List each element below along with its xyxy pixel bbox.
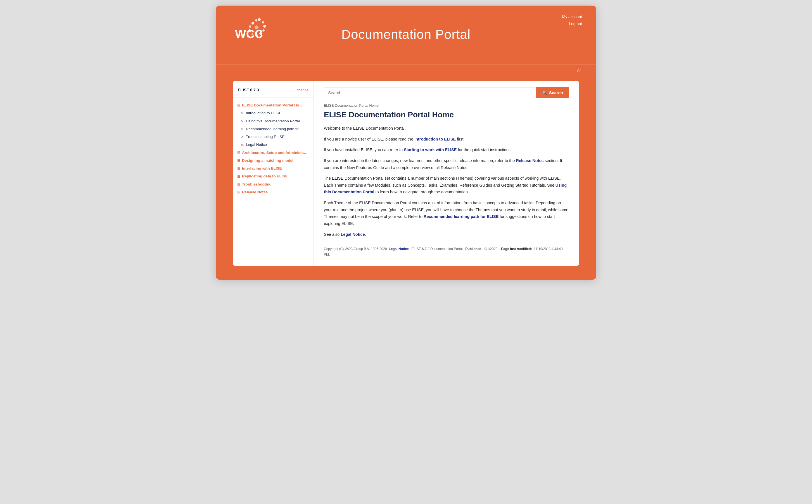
nav-item-legal[interactable]: ⊞ Legal Notice — [233, 141, 314, 149]
nav-item-architecture-text: Architecture, Setup and Administr... — [242, 150, 306, 156]
search-input-wrapper — [324, 87, 536, 98]
svg-point-1 — [258, 18, 261, 21]
search-button-label: Search — [549, 90, 563, 95]
release-notes-link[interactable]: Release Notes — [516, 158, 544, 163]
arrow-icon-4: > — [241, 134, 243, 139]
para-themes: The ELISE Documentation Portal set conta… — [324, 175, 569, 196]
svg-point-12 — [255, 25, 258, 29]
browser-frame: WCC Documentation Portal My account Log … — [216, 6, 596, 280]
breadcrumb: ELISE Documentation Portal Home — [324, 104, 569, 108]
plus-box-icon-legal: ⊞ — [241, 142, 244, 148]
learning-path-link[interactable]: Recommended learning path for ELISE — [424, 214, 498, 219]
nav-item-architecture[interactable]: ⊞ Architecture, Setup and Administr... — [233, 149, 314, 157]
nav-item-troubleshooting-text: Troubleshooting — [242, 182, 272, 187]
content-divider — [324, 243, 569, 243]
arrow-icon-3: > — [241, 127, 243, 132]
svg-point-11 — [255, 19, 257, 22]
nav-item-troubleshooting-elise[interactable]: > Troubleshooting ELISE — [233, 133, 314, 141]
nav-item-replicating-text: Replicating data to ELISE — [242, 173, 288, 179]
nav-item-home-text: ELISE Documentation Portal Ho... — [242, 103, 302, 108]
my-account-link[interactable]: My account — [562, 13, 582, 20]
para-installed: If you have installed ELISE, you can ref… — [324, 146, 569, 153]
para-learning: Each Theme of the ELISE Documentation Po… — [324, 199, 569, 227]
nav-item-release-text: Release Notes — [242, 189, 268, 195]
svg-point-5 — [259, 32, 262, 35]
svg-point-7 — [251, 33, 253, 35]
intro-link[interactable]: Introduction to ELISE — [414, 137, 456, 141]
legal-notice-link[interactable]: Legal Notice — [341, 232, 365, 237]
svg-point-8 — [248, 29, 251, 32]
content-card: ELISE 6.7.3 change ⊟ ELISE Documentation… — [233, 81, 579, 266]
nav-item-intro-text: Introduction to ELISE — [246, 110, 282, 116]
arrow-icon-2: > — [241, 119, 243, 124]
para-release: If you are interested in the latest chan… — [324, 157, 569, 171]
nav-item-designing[interactable]: ⊞ Designing a matching model — [233, 157, 314, 165]
nav-item-release[interactable]: ⊞ Release Notes — [233, 188, 314, 196]
header: WCC Documentation Portal My account Log … — [216, 6, 596, 64]
para-welcome: Welcome to the ELISE Documentation Porta… — [324, 125, 569, 132]
nav-item-troubleshooting[interactable]: ⊞ Troubleshooting — [233, 180, 314, 188]
nav-item-legal-text: Legal Notice — [246, 142, 267, 148]
legal-footer-link[interactable]: Legal Notice — [389, 247, 409, 251]
page-footer: Copyright (C) WCC Group B.V. 1996-2020 L… — [324, 246, 569, 257]
wcc-logo: WCC — [230, 13, 266, 50]
nav-item-learning-text: Recommended learning path fo... — [246, 126, 302, 132]
search-button[interactable]: 🔍 Search — [536, 87, 569, 98]
starting-link[interactable]: Starting to work with ELISE — [404, 148, 457, 152]
content-area: 🔍 Search ELISE Documentation Portal Home… — [314, 81, 579, 266]
nav-item-learning[interactable]: > Recommended learning path fo... — [233, 125, 314, 133]
plus-box-icon-interface: ⊞ — [237, 166, 240, 171]
svg-point-2 — [262, 21, 264, 23]
search-input[interactable] — [324, 87, 536, 98]
nav-item-home[interactable]: ⊟ ELISE Documentation Portal Ho... — [233, 101, 314, 109]
search-row: 🔍 Search — [324, 87, 569, 98]
content-body: Welcome to the ELISE Documentation Porta… — [324, 125, 569, 257]
svg-point-9 — [249, 25, 251, 28]
plus-box-icon-replicate: ⊞ — [237, 174, 240, 179]
nav-item-troubleshooting-elise-text: Troubleshooting ELISE — [246, 134, 284, 140]
plus-box-icon-arch: ⊞ — [237, 150, 240, 156]
nav-item-using-text: Using this Documentation Portal — [246, 118, 300, 124]
nav-item-designing-text: Designing a matching model — [242, 158, 293, 163]
svg-point-10 — [251, 22, 254, 25]
svg-point-3 — [263, 25, 266, 28]
svg-point-4 — [262, 29, 265, 32]
sidebar-version: ELISE 6.7.3 change — [233, 88, 314, 98]
minus-box-icon: ⊟ — [237, 103, 240, 108]
account-menu: My account Log out — [562, 13, 582, 27]
version-label: ELISE 6.7.3 — [238, 88, 259, 92]
svg-point-6 — [255, 34, 258, 36]
print-icon[interactable]: 🖨 — [576, 67, 582, 73]
plus-box-icon-release: ⊞ — [237, 189, 240, 195]
portal-title: Documentation Portal — [341, 27, 471, 42]
sidebar-nav: ⊟ ELISE Documentation Portal Ho... > Int… — [233, 98, 314, 200]
nav-item-interfacing-text: Interfacing with ELISE — [242, 166, 282, 171]
arrow-icon: > — [241, 111, 243, 116]
para-novice: If you are a novice user of ELISE, pleas… — [324, 136, 569, 143]
para-legal: See also Legal Notice. — [324, 231, 569, 238]
plus-box-icon-trouble: ⊞ — [237, 182, 240, 187]
search-icon: 🔍 — [542, 90, 547, 95]
log-out-link[interactable]: Log out — [562, 20, 582, 27]
nav-item-interfacing[interactable]: ⊞ Interfacing with ELISE — [233, 165, 314, 172]
print-bar: 🖨 — [216, 64, 596, 75]
sidebar: ELISE 6.7.3 change ⊟ ELISE Documentation… — [233, 81, 314, 266]
nav-item-replicating[interactable]: ⊞ Replicating data to ELISE — [233, 172, 314, 180]
plus-box-icon-design: ⊞ — [237, 158, 240, 163]
change-link[interactable]: change — [296, 88, 308, 92]
main-area: ELISE 6.7.3 change ⊟ ELISE Documentation… — [216, 75, 596, 280]
nav-item-using[interactable]: > Using this Documentation Portal — [233, 117, 314, 125]
nav-item-intro[interactable]: > Introduction to ELISE — [233, 109, 314, 117]
page-title: ELISE Documentation Portal Home — [324, 110, 569, 119]
svg-text:WCC: WCC — [235, 27, 263, 41]
